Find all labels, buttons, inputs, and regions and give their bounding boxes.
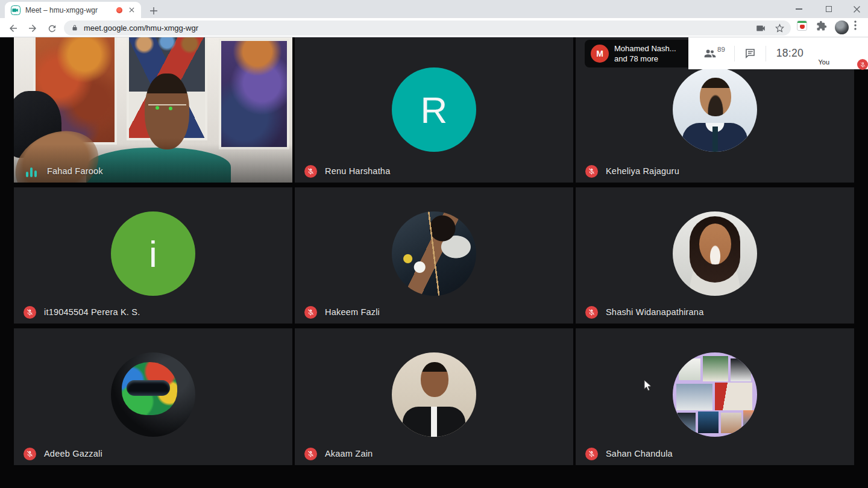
participant-name-bar: Adeeb Gazzali (24, 446, 102, 461)
mic-muted-icon (585, 306, 598, 319)
participant-name-bar: Sahan Chandula (585, 446, 673, 461)
mic-muted-icon (304, 165, 317, 178)
participant-name: Renu Harshatha (325, 166, 390, 176)
meet-stage: Fahad FarookRRenu HarshathaKeheliya Raja… (0, 37, 868, 488)
photo-avatar (673, 67, 757, 152)
mic-muted-icon (304, 306, 317, 319)
reload-icon[interactable] (45, 21, 59, 36)
participant-tile[interactable]: RRenu Harshatha (295, 37, 573, 183)
participant-name: it19045504 Perera K. S. (44, 307, 140, 317)
close-icon[interactable] (843, 0, 868, 18)
participant-name: Fahad Farook (47, 166, 103, 176)
tab-strip: Meet – hmu-xmgg-wgr (0, 0, 868, 18)
participant-tile[interactable]: Shashi Widanapathirana (576, 187, 854, 324)
lock-icon[interactable] (71, 24, 78, 32)
minimize-icon[interactable] (785, 0, 813, 18)
person-head (145, 74, 189, 149)
profile-avatar[interactable] (835, 20, 849, 34)
meet-favicon (11, 5, 20, 15)
initial-avatar: i (111, 211, 195, 296)
participant-name: Shashi Widanapathirana (606, 307, 703, 317)
photo-avatar (673, 211, 757, 296)
participant-name-bar: it19045504 Perera K. S. (24, 305, 140, 319)
recording-indicator (116, 7, 122, 13)
photo-avatar (392, 211, 476, 296)
divider (734, 46, 735, 61)
initial-avatar: R (392, 67, 476, 152)
participants-button[interactable]: 89 (703, 46, 725, 60)
chat-icon (744, 47, 756, 60)
photo-avatar (673, 352, 757, 437)
participant-name-bar: Shashi Widanapathirana (585, 305, 703, 319)
photo-avatar (392, 352, 476, 437)
self-mic-muted-icon (857, 59, 868, 70)
host-name: Mohamed Nash... (614, 43, 676, 54)
star-icon[interactable] (775, 23, 785, 33)
back-icon[interactable] (6, 21, 20, 36)
menu-kebab-icon[interactable] (854, 20, 857, 30)
participant-name: Sahan Chandula (606, 449, 673, 458)
self-view-thumbnail[interactable] (832, 41, 858, 67)
tab-close-icon[interactable] (127, 5, 136, 15)
host-more: and 78 more (614, 54, 676, 64)
participant-name-bar: Fahad Farook (24, 164, 103, 178)
browser-window: Meet – hmu-xmgg-wgr meet.google.com/hmu-… (0, 0, 868, 488)
participant-tile[interactable]: Akaam Zain (295, 328, 573, 465)
camera-icon[interactable] (755, 23, 766, 34)
url-text: meet.google.com/hmu-xmgg-wgr (84, 23, 747, 33)
clock-time: 18:20 (776, 47, 804, 60)
browser-toolbar: meet.google.com/hmu-xmgg-wgr (0, 18, 868, 37)
tab-title: Meet – hmu-xmgg-wgr (25, 6, 114, 14)
mic-muted-icon (585, 165, 598, 178)
address-bar[interactable]: meet.google.com/hmu-xmgg-wgr (64, 20, 791, 36)
participant-tile[interactable]: Fahad Farook (14, 37, 292, 183)
maximize-icon[interactable] (815, 0, 843, 18)
chat-button[interactable] (744, 47, 756, 60)
mic-muted-icon (24, 448, 36, 460)
you-label: You (818, 58, 829, 66)
participant-name-bar: Hakeem Fazli (304, 305, 380, 319)
speaking-indicator-icon (24, 165, 39, 177)
participant-name: Hakeem Fazli (325, 307, 380, 317)
host-avatar: M (591, 45, 609, 63)
participant-name-bar: Akaam Zain (304, 446, 373, 461)
glasses (148, 104, 186, 108)
people-icon (703, 46, 717, 60)
divider (766, 46, 766, 61)
participant-tile[interactable]: Hakeem Fazli (295, 187, 573, 324)
participant-name: Adeeb Gazzali (44, 449, 102, 458)
participant-name-bar: Keheliya Rajaguru (585, 164, 679, 178)
mouse-cursor (644, 380, 652, 394)
participant-tile[interactable]: Adeeb Gazzali (14, 328, 292, 465)
mic-muted-icon (585, 448, 598, 460)
meet-header-bar: 89 18:20 You (688, 37, 868, 69)
participant-count: 89 (717, 46, 725, 53)
poster-art (219, 39, 290, 149)
extension-icon[interactable] (797, 20, 807, 31)
forward-icon[interactable] (25, 21, 40, 36)
photo-avatar (111, 352, 195, 437)
participant-grid: Fahad FarookRRenu HarshathaKeheliya Raja… (14, 37, 854, 465)
pinned-participant-pill[interactable]: M Mohamed Nash... and 78 more (585, 40, 688, 67)
host-names: Mohamed Nash... and 78 more (614, 43, 676, 64)
new-tab-icon[interactable] (147, 4, 160, 17)
mic-muted-icon (304, 448, 317, 460)
participant-name: Akaam Zain (325, 449, 373, 458)
browser-tab[interactable]: Meet – hmu-xmgg-wgr (5, 2, 141, 18)
participant-tile[interactable]: iit19045504 Perera K. S. (14, 187, 292, 324)
participant-name-bar: Renu Harshatha (304, 164, 390, 178)
puzzle-icon[interactable] (816, 20, 827, 31)
participant-tile[interactable]: Sahan Chandula (576, 328, 854, 465)
mic-muted-icon (24, 306, 36, 319)
participant-name: Keheliya Rajaguru (606, 166, 679, 176)
